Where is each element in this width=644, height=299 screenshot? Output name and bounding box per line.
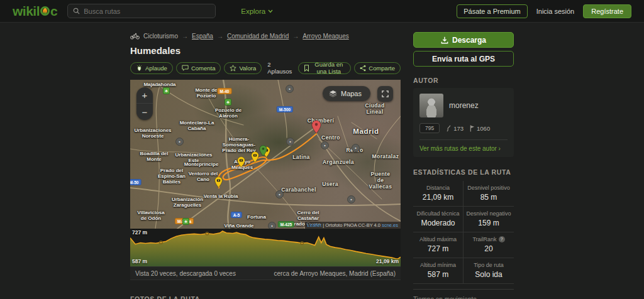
stats-grid: Distancia21,09 kmDesnivel positivo85 mDi… [413,181,514,284]
search-icon [73,8,80,14]
wikiloc-logo[interactable]: wikilc [13,4,57,19]
aplaude-button[interactable]: Aplaude [130,62,173,74]
stat-label: TrailRank? [465,236,513,242]
premium-button[interactable]: Pásate a Premium [457,4,527,18]
stat-label: Altitud máxima [414,236,462,242]
comenta-button[interactable]: Comenta [176,62,221,74]
more-routes-link[interactable]: Ver más rutas de este autor › [419,145,508,152]
poi-icon: ▪ [347,195,355,204]
breadcrumb-link[interactable]: Arroyo Meaques [303,33,348,40]
bookmark-icon [304,65,309,72]
extra-stat-label: Tiempo en movimiento [413,296,514,299]
guardar-lista-button[interactable]: Guarda en una Lista [298,62,351,74]
stat-value: 727 m [414,244,462,253]
flag-icon [470,125,475,132]
download-icon [441,36,448,44]
stat-label: Altitud mínima [414,262,462,268]
photo-waypoint-pin[interactable] [251,151,259,165]
leaflet-link[interactable]: Leaflet [308,222,322,228]
comment-icon [182,65,189,71]
breadcrumb-separator: → [217,33,223,40]
stat-label: Dificultad técnica [414,210,462,217]
route-meta-row: Vista 20 veces, descargada 0 veces cerca… [130,266,401,280]
navbar: wikilc Explora Pásate a Premium Inicia s… [0,0,644,23]
register-button[interactable]: Regístrate [583,4,631,18]
search-input[interactable] [84,8,210,15]
map-attribution: Leaflet | Ortofoto PNOA CC-BY 4.0 scne.e… [305,222,401,229]
author-followers-stat: 1060 [470,125,490,132]
fotos-heading: FOTOS DE LA RUTA [130,295,401,299]
author-name[interactable]: morenez [449,101,479,110]
poi-icon: ▪ [175,138,184,146]
trail-icon [446,125,452,132]
zoom-out-button[interactable]: − [136,104,153,120]
zoom-in-button[interactable]: + [136,87,153,104]
logo-text-right: c [50,4,57,19]
route-map[interactable]: MajadahondaMonte de PozueloPozuelo de Al… [130,80,401,229]
login-link[interactable]: Inicia sesión [536,8,575,15]
poi-icon: ▪ [321,141,329,150]
stat-cell: Dificultad técnicaModerado [413,207,464,232]
breadcrumb-activity[interactable]: Cicloturismo [143,33,178,40]
fullscreen-button[interactable] [377,86,393,102]
photo-waypoint-pin[interactable] [237,156,245,170]
end-pin[interactable] [311,120,321,136]
poi-icon: ▪ [286,138,294,146]
applause-count: 2 Aplausos [267,61,292,75]
star-icon [230,65,236,72]
page-title: Humedales [130,45,401,56]
author-routes-stat: 173 [446,125,464,132]
elevation-chart[interactable]: 727 m 587 m 21,09 km [130,229,401,266]
author-avatar[interactable] [419,94,443,117]
stat-cell: Desnivel negativo159 m [464,207,514,232]
stat-value: 20 [465,244,513,253]
valora-button[interactable]: Valora [224,62,262,74]
stat-value: 159 m [465,219,513,227]
stats-heading: ESTADÍSTICAS DE LA RUTA [413,168,514,176]
stat-cell: Altitud máxima727 m [413,232,464,258]
breadcrumb: Cicloturismo →España→Comunidad de Madrid… [130,33,401,40]
trailrank-help-icon[interactable]: ? [499,236,505,242]
scne-link[interactable]: scne.es [382,222,398,228]
photo-waypoint-pin[interactable] [214,177,223,190]
layers-icon [329,90,337,97]
stat-label: Distancia [414,185,462,191]
explora-menu[interactable]: Explora [241,8,273,15]
breadcrumb-link[interactable]: Comunidad de Madrid [227,33,289,40]
chevron-down-icon [268,9,273,13]
distance-label: 21,09 km [376,258,399,264]
autor-heading: AUTOR [413,77,514,84]
park-icon: ♣ [163,87,170,94]
sidebar: Descarga Envía ruta al GPS AUTOR morenez… [413,23,514,299]
enviar-gps-button[interactable]: Envía ruta al GPS [413,51,514,67]
stat-label: Tipo de ruta [465,262,513,268]
map-layers-button[interactable]: Mapas [323,86,370,101]
map-zoom-control: + − [136,87,153,120]
author-score-badge: 795 [419,123,440,133]
start-pin[interactable] [259,145,267,159]
clap-icon [136,65,143,72]
logo-flame-icon [40,6,50,16]
logo-text-left: wikil [13,4,40,19]
stat-label: Desnivel negativo [465,210,513,217]
near-location: cerca de Arroyo Meaques, Madrid (España) [274,270,396,277]
poi-icon: ▪ [286,85,294,93]
comparte-button[interactable]: Comparte [354,62,401,74]
elevation-min-label: 587 m [132,258,147,264]
breadcrumb-separator: → [182,33,188,40]
poi-icon: ▪ [275,190,284,198]
park-icon: ♣ [182,218,189,225]
breadcrumb-separator: → [292,33,299,40]
stat-value: 21,09 km [414,193,462,202]
stat-cell: TrailRank?20 [464,232,514,258]
descarga-button[interactable]: Descarga [413,32,514,48]
search-box[interactable] [67,4,216,18]
stat-value: 587 m [414,270,462,279]
share-icon [360,65,366,72]
stat-cell: Distancia21,09 km [413,181,464,207]
stat-cell: Tipo de rutaSolo ida [464,258,514,284]
stat-cell: Desnivel positivo85 m [464,181,514,207]
poi-icon: ▪ [352,144,360,152]
author-card: morenez 795 173 1060 Ver más rut [413,88,514,157]
breadcrumb-link[interactable]: España [192,33,213,40]
